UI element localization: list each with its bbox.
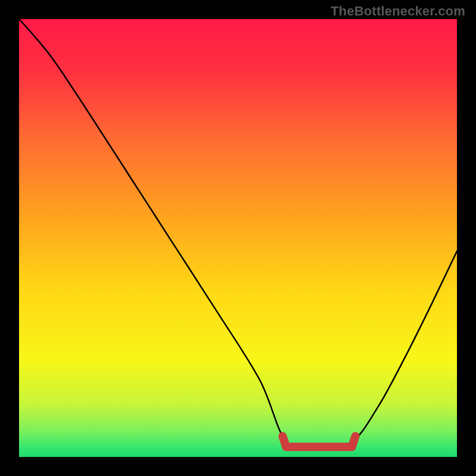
bottleneck-chart bbox=[19, 19, 457, 457]
svg-line-2 bbox=[352, 436, 355, 447]
chart-frame: TheBottlenecker.com bbox=[0, 0, 476, 476]
plot-area bbox=[19, 19, 457, 457]
svg-line-1 bbox=[283, 436, 286, 447]
gradient-background bbox=[19, 19, 457, 457]
watermark-text: TheBottlenecker.com bbox=[331, 4, 465, 19]
